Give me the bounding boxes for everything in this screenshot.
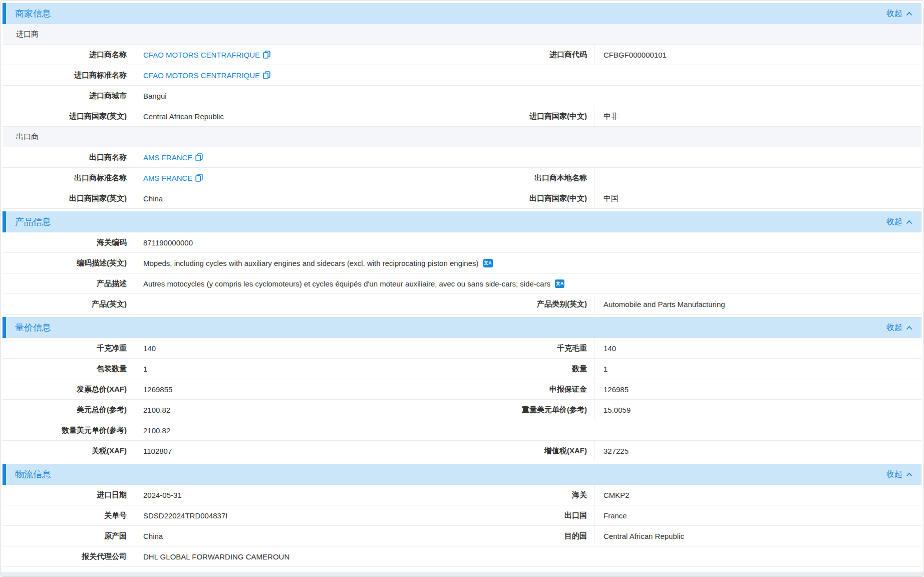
- table-row: 进口商标准名称CFAO MOTORS CENTRAFRIQUE: [3, 65, 921, 86]
- section-header: 产品信息收起: [3, 211, 921, 232]
- section-accent-bar: [3, 317, 6, 338]
- field-label: 目的国: [461, 526, 594, 546]
- field-value: 126985: [594, 379, 921, 399]
- subsection-title: 进口商: [16, 30, 39, 39]
- table-row: 出口商名称AMS FRANCE: [3, 147, 921, 168]
- field-value-text: 15.0059: [603, 406, 631, 414]
- subsection-header: 进口商: [3, 24, 921, 45]
- field-label: 原产国: [3, 526, 134, 546]
- field-label: 报关代理公司: [3, 546, 134, 566]
- field-value-text: 140: [143, 344, 156, 353]
- field-value: 2100.82: [134, 420, 921, 440]
- collapse-label: 收起: [886, 9, 902, 19]
- table-row: 进口商国家(英文)Central African Republic进口商国家(中…: [3, 106, 921, 127]
- field-label: 出口商名称: [3, 147, 134, 167]
- table-row: 关税(XAF)1102807增值税(XAF)327225: [3, 441, 921, 461]
- field-label: 出口国: [461, 505, 594, 525]
- field-value: 1: [594, 359, 921, 379]
- collapse-button[interactable]: 收起: [886, 9, 912, 19]
- field-label: 进口商代码: [461, 45, 594, 65]
- field-value-text: Bangui: [143, 92, 167, 100]
- field-value-text: 140: [603, 344, 616, 353]
- company-link[interactable]: CFAO MOTORS CENTRAFRIQUE: [143, 51, 260, 59]
- copy-icon[interactable]: [263, 51, 270, 59]
- field-value: 1102807: [134, 441, 461, 461]
- field-value: CFBGF000000101: [594, 45, 921, 65]
- section-accent-bar: [3, 211, 6, 232]
- chevron-up-icon: [906, 472, 912, 477]
- field-label: 关税(XAF): [3, 441, 134, 461]
- table-row: 进口日期2024-05-31海关CMKP2: [3, 485, 921, 505]
- copy-icon-glyph: [263, 51, 270, 59]
- collapse-button[interactable]: 收起: [886, 217, 912, 227]
- field-value-text: 1: [143, 365, 147, 373]
- horizontal-scrollbar[interactable]: [1, 572, 923, 576]
- field-value-text: 327225: [603, 447, 629, 455]
- section-accent-bar: [3, 3, 6, 24]
- copy-icon[interactable]: [195, 174, 203, 182]
- field-value-text: 871190000000: [143, 238, 193, 247]
- field-value-text: CFBGF000000101: [603, 51, 667, 59]
- table-row: 产品(英文)产品类别(英文)Automobile and Parts Manuf…: [3, 294, 921, 315]
- field-value: 15.0059: [594, 400, 921, 420]
- table-row: 产品描述Autres motocycles (y compris les cyc…: [3, 273, 921, 294]
- field-label: 数量美元单价(参考): [3, 420, 134, 440]
- copy-icon[interactable]: [195, 153, 203, 161]
- collapse-button[interactable]: 收起: [886, 323, 912, 333]
- field-label: 进口商标准名称: [3, 65, 134, 85]
- table-row: 编码描述(英文)Mopeds, including cycles with au…: [3, 253, 921, 273]
- field-value-text: Central African Republic: [603, 532, 684, 540]
- table-row: 包装数量1数量1: [3, 359, 921, 379]
- section-product-info: 产品信息收起海关编码871190000000编码描述(英文)Mopeds, in…: [3, 211, 921, 315]
- section-quantity-price-info: 量价信息收起千克净重140千克毛重140包装数量1数量1发票总价(XAF)126…: [3, 317, 921, 461]
- collapse-button[interactable]: 收起: [886, 469, 912, 480]
- table-row: 数量美元单价(参考)2100.82: [3, 420, 921, 441]
- field-label: 重量美元单价(参考): [461, 400, 594, 420]
- translate-icon[interactable]: 文A: [555, 279, 564, 288]
- copy-icon[interactable]: [263, 71, 270, 79]
- trade-detail-page: 商家信息收起进口商进口商名称CFAO MOTORS CENTRAFRIQUE进口…: [0, 0, 924, 577]
- field-value: DHL GLOBAL FORWARDING CAMEROUN: [134, 546, 921, 566]
- field-value: CFAO MOTORS CENTRAFRIQUE: [134, 45, 461, 65]
- field-value-text: 126985: [603, 385, 629, 394]
- translate-icon[interactable]: 文A: [483, 259, 493, 267]
- field-label: 美元总价(参考): [3, 400, 134, 420]
- section-merchant-info: 商家信息收起进口商进口商名称CFAO MOTORS CENTRAFRIQUE进口…: [3, 3, 921, 209]
- sections-container: 商家信息收起进口商进口商名称CFAO MOTORS CENTRAFRIQUE进口…: [3, 3, 921, 567]
- field-value-text: 2100.82: [143, 406, 170, 414]
- field-label: 出口商本地名称: [461, 168, 594, 188]
- company-link[interactable]: AMS FRANCE: [143, 153, 192, 162]
- chevron-up-icon: [906, 326, 912, 330]
- chevron-up-icon: [906, 326, 912, 330]
- field-value: 中国: [594, 188, 921, 208]
- company-link[interactable]: CFAO MOTORS CENTRAFRIQUE: [143, 71, 260, 80]
- copy-icon-glyph: [195, 174, 203, 182]
- field-value: 1269855: [134, 379, 461, 399]
- field-value-text: Autres motocycles (y compris les cyclomo…: [143, 279, 550, 288]
- field-value: Automobile and Parts Manufacturing: [594, 294, 921, 314]
- section-title: 量价信息: [15, 322, 51, 334]
- field-value-text: 1: [603, 365, 607, 373]
- field-value-text: CMKP2: [603, 491, 630, 499]
- collapse-label: 收起: [886, 217, 902, 227]
- section-header: 量价信息收起: [3, 317, 921, 338]
- company-link[interactable]: AMS FRANCE: [143, 174, 192, 182]
- copy-icon-glyph: [195, 153, 203, 161]
- section-accent-bar: [3, 464, 6, 485]
- chevron-up-icon: [906, 12, 912, 16]
- field-value: SDSD22024TRD004837I: [134, 505, 461, 525]
- subsection-title: 出口商: [16, 132, 39, 142]
- field-value: Mopeds, including cycles with auxiliary …: [134, 253, 921, 273]
- field-value: AMS FRANCE: [134, 147, 921, 167]
- field-label: 进口日期: [3, 485, 134, 505]
- section-title: 产品信息: [15, 216, 51, 228]
- field-label: 发票总价(XAF): [3, 379, 134, 399]
- field-value: 140: [134, 338, 461, 358]
- field-value: China: [134, 188, 461, 208]
- field-value: China: [134, 526, 461, 546]
- field-label: 海关编码: [3, 232, 134, 252]
- field-value-text: France: [603, 511, 627, 520]
- field-value-text: SDSD22024TRD004837I: [143, 511, 227, 520]
- table-row: 关单号SDSD22024TRD004837I出口国France: [3, 505, 921, 526]
- copy-icon-glyph: [263, 71, 270, 79]
